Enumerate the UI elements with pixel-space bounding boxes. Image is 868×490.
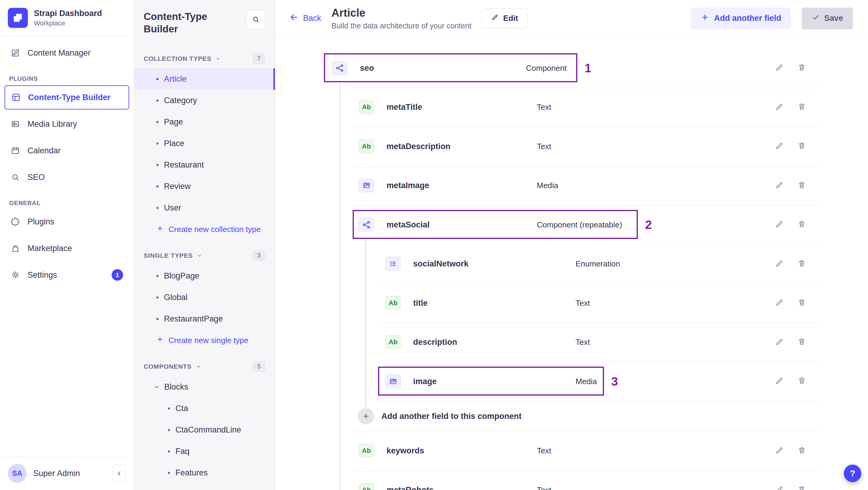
edit-field-button[interactable] (771, 334, 788, 350)
edit-field-button[interactable] (771, 216, 788, 233)
sidebar-item-label: SEO (28, 173, 45, 182)
group-header-components[interactable]: COMPONENTS 5 (134, 351, 275, 376)
pencil-icon (491, 13, 499, 23)
delete-field-button[interactable] (793, 99, 810, 116)
count-badge: 3 (252, 250, 265, 261)
delete-field-button[interactable] (793, 373, 810, 390)
pencil-icon (775, 259, 784, 269)
field-type: Component (repeatable) (537, 220, 622, 229)
sidebar-item-faq[interactable]: Faq (134, 441, 275, 462)
annotation-number: 3 (611, 374, 618, 388)
sidebar-item-global[interactable]: Global (134, 287, 275, 308)
trash-icon (797, 63, 806, 73)
nav-section-label-general: GENERAL (9, 200, 125, 207)
sidebar-item-calendar[interactable]: Calendar (4, 139, 129, 163)
sidebar-item-features[interactable]: Features (134, 462, 275, 484)
sidebar-item-page[interactable]: Page (134, 111, 275, 133)
gear-icon (10, 270, 20, 280)
media-field-icon (385, 374, 401, 388)
delete-field-button[interactable] (793, 442, 810, 459)
field-row-image[interactable]: 3imageMedia (324, 362, 822, 401)
field-row-metatitle[interactable]: AbmetaTitleText (324, 88, 822, 127)
pencil-icon (775, 63, 784, 73)
sidebar-item-blocks[interactable]: Blocks (134, 376, 275, 398)
text-field-icon: Ab (359, 140, 374, 153)
delete-field-button[interactable] (793, 255, 810, 272)
sidebar-item-content-type-builder[interactable]: Content-Type Builder (4, 85, 129, 110)
add-another-field-button[interactable]: Add another field (691, 7, 791, 29)
plus-icon[interactable] (358, 408, 374, 424)
sidebar-item-cta[interactable]: Cta (134, 398, 275, 419)
sidebar-item-blogpage[interactable]: BlogPage (134, 265, 275, 287)
field-row-socialnetwork[interactable]: socialNetworkEnumeration (324, 244, 822, 284)
delete-field-button[interactable] (793, 138, 810, 155)
search-button[interactable] (247, 10, 265, 29)
bullet-icon (168, 472, 170, 474)
nav-section-label-plugins: PLUGINS (9, 75, 125, 82)
sidebar-item-ctacommandline[interactable]: CtaCommandLine (134, 419, 275, 441)
edit-field-button[interactable] (771, 373, 788, 390)
create-new-collection-type-link[interactable]: Create new collection type (134, 219, 275, 241)
field-name: metaDescription (386, 142, 451, 151)
field-row-seo[interactable]: 1seoComponent (324, 49, 822, 88)
delete-field-button[interactable] (793, 334, 810, 350)
field-name: seo (360, 63, 374, 72)
sidebar-item-place[interactable]: Place (134, 133, 275, 154)
text-field-icon: Ab (359, 444, 374, 458)
field-row-keywords[interactable]: AbkeywordsText (324, 431, 822, 471)
collapse-sidebar-button[interactable]: ‹ (113, 465, 126, 482)
add-field-to-component-row[interactable]: Add another field to this component (324, 401, 822, 431)
edit-field-button[interactable] (771, 60, 788, 76)
annotation-number: 2 (645, 218, 652, 232)
sidebar-item-settings[interactable]: Settings 1 (4, 263, 129, 287)
sidebar-item-label: Content-Type Builder (28, 93, 111, 102)
edit-button[interactable]: Edit (482, 8, 527, 28)
edit-field-button[interactable] (771, 99, 788, 116)
sidebar-item-plugins[interactable]: Plugins (4, 210, 129, 234)
edit-field-button[interactable] (771, 138, 788, 155)
edit-field-button[interactable] (771, 482, 788, 490)
sidebar-item-label: Settings (28, 270, 57, 280)
edit-field-button[interactable] (771, 442, 788, 459)
workspace-title: Strapi Dashboard (34, 9, 102, 18)
field-name: title (413, 298, 428, 308)
field-row-title[interactable]: AbtitleText (324, 283, 822, 323)
sidebar-item-media-library[interactable]: Media Library (4, 112, 129, 136)
sidebar-item-category[interactable]: Category (134, 90, 275, 111)
delete-field-button[interactable] (793, 482, 810, 490)
sidebar-item-restaurant[interactable]: Restaurant (134, 154, 275, 176)
back-link[interactable]: Back (289, 12, 321, 24)
page-subtitle: Build the data architecture of your cont… (332, 22, 471, 30)
field-name: metaSocial (386, 220, 430, 229)
edit-field-button[interactable] (771, 255, 788, 272)
edit-field-button[interactable] (771, 295, 788, 311)
sidebar-item-marketplace[interactable]: Marketplace (4, 236, 129, 261)
trash-icon (797, 181, 806, 190)
sidebar-item-restaurantpage[interactable]: RestaurantPage (134, 308, 275, 330)
field-type: Media (576, 376, 597, 386)
field-row-metadescription[interactable]: AbmetaDescriptionText (324, 127, 822, 166)
delete-field-button[interactable] (793, 216, 810, 233)
field-type: Text (537, 102, 551, 112)
group-header-single-types[interactable]: SINGLE TYPES 3 (134, 241, 275, 265)
avatar[interactable]: SA (8, 464, 27, 483)
group-header-collection-types[interactable]: COLLECTION TYPES 7 (134, 43, 275, 68)
field-row-metarobots[interactable]: AbmetaRobotsText (324, 470, 822, 490)
field-row-metasocial[interactable]: 2metaSocialComponent (repeatable) (324, 205, 822, 244)
edit-field-button[interactable] (771, 177, 788, 194)
sidebar-item-article[interactable]: Article (134, 68, 275, 90)
media-field-icon (359, 179, 374, 192)
sidebar-item-seo[interactable]: SEO (4, 165, 129, 189)
pencil-icon (775, 337, 784, 347)
create-new-single-type-link[interactable]: Create new single type (134, 330, 275, 351)
field-row-description[interactable]: AbdescriptionText (324, 323, 822, 362)
sidebar-item-user[interactable]: User (134, 197, 275, 219)
save-button[interactable]: Save (802, 7, 853, 29)
help-button[interactable]: ? (844, 465, 861, 482)
sidebar-item-review[interactable]: Review (134, 176, 275, 197)
delete-field-button[interactable] (793, 295, 810, 311)
field-row-metaimage[interactable]: metaImageMedia (324, 166, 822, 205)
sidebar-item-content-manager[interactable]: Content Manager (4, 41, 129, 65)
delete-field-button[interactable] (793, 60, 810, 76)
delete-field-button[interactable] (793, 177, 810, 194)
